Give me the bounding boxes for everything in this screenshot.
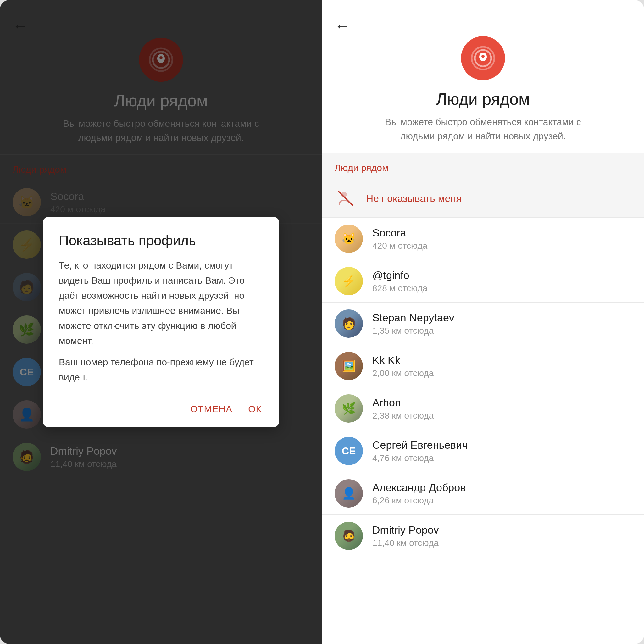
item-dist: 6,26 км отсюда <box>372 496 466 506</box>
avatar-face: 🌿 <box>335 394 363 423</box>
avatar-initials: CE <box>342 445 356 457</box>
list-item[interactable]: 🧑 Stepan Nepytaev 1,35 км отсюда <box>322 303 644 345</box>
item-info: Socora 420 м отсюда <box>372 227 427 251</box>
not-visible-svg <box>336 189 355 208</box>
list-item[interactable]: 🧔 Dmitriy Popov 11,40 км отсюда <box>322 515 644 557</box>
item-info: Dmitriy Popov 11,40 км отсюда <box>372 524 439 548</box>
item-info: Kk Kk 2,00 км отсюда <box>372 354 434 378</box>
item-info: @tginfo 828 м отсюда <box>372 269 427 293</box>
modal-dialog: Показывать профиль Те, кто находится ряд… <box>43 217 279 427</box>
item-info: Arhon 2,38 км отсюда <box>372 397 434 421</box>
item-dist: 11,40 км отсюда <box>372 538 439 548</box>
avatar-face: 🧑 <box>335 309 363 338</box>
item-dist: 828 м отсюда <box>372 283 427 293</box>
not-visible-row[interactable]: Не показывать меня <box>322 180 644 218</box>
modal-actions: ОТМЕНА ОК <box>59 397 263 418</box>
modal-body-1: Те, кто находится рядом с Вами, смогут в… <box>59 258 263 348</box>
not-visible-icon <box>335 187 357 209</box>
list-item[interactable]: CE Сергей Евгеньевич 4,76 км отсюда <box>322 430 644 472</box>
avatar: 🐱 <box>335 225 363 253</box>
item-name: Stepan Nepytaev <box>372 312 454 324</box>
right-page-subtitle: Вы можете быстро обменяться контактами с… <box>373 115 593 143</box>
item-name: Kk Kk <box>372 354 434 366</box>
avatar: 🌿 <box>335 394 363 423</box>
item-dist: 2,00 км отсюда <box>372 368 434 378</box>
list-item[interactable]: 🐱 Socora 420 м отсюда <box>322 218 644 260</box>
right-location-icon <box>461 36 505 80</box>
item-dist: 4,76 км отсюда <box>372 453 468 463</box>
item-dist: 420 м отсюда <box>372 241 427 251</box>
svg-point-7 <box>481 55 485 58</box>
item-info: Stepan Nepytaev 1,35 км отсюда <box>372 312 454 336</box>
avatar: 🖼️ <box>335 352 363 380</box>
right-section-label: Люди рядом <box>322 153 644 180</box>
right-header: Люди рядом Вы можете быстро обменяться к… <box>322 0 644 153</box>
list-item[interactable]: 🖼️ Kk Kk 2,00 км отсюда <box>322 345 644 387</box>
right-people-list: 🐱 Socora 420 м отсюда ⚡ @tginfo 828 м от… <box>322 218 644 644</box>
item-name: Александр Добров <box>372 481 466 494</box>
item-info: Александр Добров 6,26 км отсюда <box>372 481 466 506</box>
item-name: @tginfo <box>372 269 427 281</box>
right-back-button[interactable]: ← <box>335 17 350 35</box>
list-item[interactable]: 👤 Александр Добров 6,26 км отсюда <box>322 472 644 515</box>
item-dist: 2,38 км отсюда <box>372 411 434 421</box>
avatar-face: 🖼️ <box>335 352 363 380</box>
list-item[interactable]: ⚡ @tginfo 828 м отсюда <box>322 260 644 303</box>
avatar-face: 🧔 <box>335 522 363 550</box>
avatar: 👤 <box>335 479 363 508</box>
not-visible-text: Не показывать меня <box>366 193 461 204</box>
avatar: 🧔 <box>335 522 363 550</box>
avatar-face: ⚡ <box>335 267 363 295</box>
modal-cancel-button[interactable]: ОТМЕНА <box>189 401 234 418</box>
modal-overlay: Показывать профиль Те, кто находится ряд… <box>0 0 322 644</box>
modal-body-2: Ваш номер телефона по-прежнему не будет … <box>59 355 263 385</box>
avatar: ⚡ <box>335 267 363 295</box>
modal-title: Показывать профиль <box>59 233 263 248</box>
right-page-title: Люди рядом <box>436 90 530 108</box>
right-location-pulse-icon <box>470 46 496 71</box>
list-item[interactable]: 🌿 Arhon 2,38 км отсюда <box>322 387 644 430</box>
avatar-face: 👤 <box>335 479 363 508</box>
item-info: Сергей Евгеньевич 4,76 км отсюда <box>372 439 468 463</box>
item-name: Arhon <box>372 397 434 409</box>
left-screen: ← Люди рядом Вы можете быстро обменяться… <box>0 0 322 644</box>
modal-ok-button[interactable]: ОК <box>247 401 263 418</box>
avatar-ce: CE <box>335 437 363 465</box>
item-name: Socora <box>372 227 427 239</box>
item-dist: 1,35 км отсюда <box>372 326 454 336</box>
avatar: 🧑 <box>335 309 363 338</box>
item-name: Сергей Евгеньевич <box>372 439 468 451</box>
right-screen-content: ← Люди рядом Вы можете быстро обменяться… <box>322 0 644 644</box>
avatar-face: 🐱 <box>335 225 363 253</box>
item-name: Dmitriy Popov <box>372 524 439 536</box>
right-screen: ← Люди рядом Вы можете быстро обменяться… <box>322 0 644 644</box>
